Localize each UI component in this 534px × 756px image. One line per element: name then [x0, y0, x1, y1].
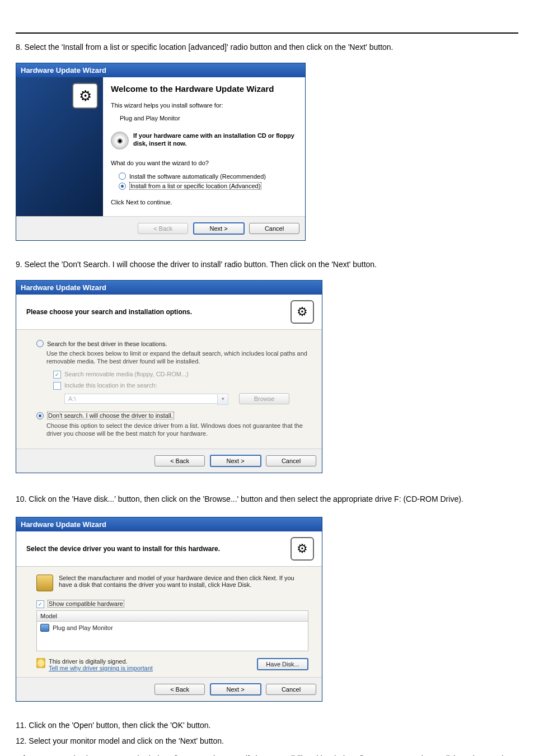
step9-text: 9. Select the 'Don't Search. I will choo…: [16, 259, 518, 270]
back-button: < Back: [138, 223, 188, 234]
path-input: A:\: [64, 394, 218, 404]
step10-text: 10. Click on the 'Have disk...' button, …: [16, 491, 518, 507]
tell-me-link[interactable]: Tell me why driver signing is important: [49, 665, 153, 671]
next-button[interactable]: Next >: [193, 222, 245, 235]
device-name: Plug and Play Monitor: [120, 115, 297, 122]
have-disk-button[interactable]: Have Disk...: [257, 658, 308, 670]
cancel-button[interactable]: Cancel: [266, 455, 316, 466]
helps-text: This wizard helps you install software f…: [111, 102, 297, 109]
wizard-sidebar: ⚙: [16, 77, 103, 216]
hardware-icon: ⚙: [291, 300, 314, 324]
chk-removable: ✓Search removable media (floppy, CD-ROM.…: [53, 371, 308, 379]
window-title: Hardware Update Wizard: [16, 517, 322, 531]
monitor-icon: [40, 624, 49, 632]
cd-message: If your hardware came with an installati…: [133, 132, 297, 147]
radio-list[interactable]: Install from a list or specific location…: [119, 182, 297, 190]
radio-icon: [36, 412, 44, 419]
chip-icon: [36, 575, 53, 591]
wizard-step9: Hardware Update Wizard Please choose you…: [16, 280, 322, 473]
window-title: Hardware Update Wizard: [16, 63, 305, 77]
cancel-button[interactable]: Cancel: [249, 223, 299, 234]
step8-text: 8. Select the 'Install from a list or sp…: [16, 41, 518, 53]
step12b-text: - If you can see the 'has not passed Win…: [16, 751, 518, 756]
radio-icon: [119, 183, 126, 190]
radio-search-label: Search for the best driver in these loca…: [47, 340, 167, 347]
dont-subtext: Choose this option to select the device …: [46, 422, 308, 437]
browse-button: Browse: [239, 393, 289, 404]
step11-text: 11. Click on the 'Open' button, then cli…: [16, 720, 518, 731]
radio-search[interactable]: Search for the best driver in these loca…: [36, 340, 308, 347]
chk-show-compatible[interactable]: ✓Show compatible hardware: [36, 600, 308, 608]
hardware-icon: ⚙: [291, 537, 314, 561]
radio-dont-label: Don't search. I will choose the driver t…: [47, 412, 174, 419]
wizard-subheader: Select the device driver you want to ins…: [26, 545, 220, 553]
radio-icon: [119, 172, 126, 180]
checkbox-icon: ✓: [53, 371, 61, 379]
model-list[interactable]: Model Plug and Play Monitor: [36, 610, 308, 651]
welcome-heading: Welcome to the Hardware Update Wizard: [111, 84, 297, 94]
model-header: Model: [37, 611, 308, 622]
chk-include: Include this location in the search:: [53, 382, 308, 390]
certificate-icon: [36, 658, 45, 668]
checkbox-icon: ✓: [36, 600, 44, 608]
checkbox-icon: [53, 382, 61, 390]
select-driver-text: Select the manufacturer and model of you…: [59, 575, 308, 591]
back-button[interactable]: < Back: [154, 455, 205, 466]
what-do-text: What do you want the wizard to do?: [111, 160, 297, 166]
radio-icon: [36, 340, 44, 347]
radio-auto-label: Install the software automatically (Reco…: [129, 173, 266, 180]
next-button[interactable]: Next >: [210, 455, 261, 467]
wizard-subheader: Please choose your search and installati…: [26, 308, 192, 316]
hardware-icon: ⚙: [72, 83, 98, 109]
cancel-button[interactable]: Cancel: [266, 684, 316, 695]
search-subtext: Use the check boxes below to limit or ex…: [46, 349, 308, 365]
chevron-down-icon: ▾: [217, 394, 228, 405]
back-button[interactable]: < Back: [154, 684, 205, 695]
list-item[interactable]: Plug and Play Monitor: [37, 622, 308, 651]
window-title: Hardware Update Wizard: [16, 281, 322, 295]
radio-auto[interactable]: Install the software automatically (Reco…: [119, 172, 297, 180]
radio-list-label: Install from a list or specific location…: [129, 182, 261, 190]
signed-text: This driver is digitally signed.: [49, 658, 153, 665]
wizard-step8: Hardware Update Wizard ⚙ Welcome to the …: [16, 63, 306, 241]
cd-icon: ◉: [111, 132, 129, 150]
click-next-text: Click Next to continue.: [111, 199, 297, 206]
next-button[interactable]: Next >: [210, 683, 261, 696]
wizard-step10: Hardware Update Wizard Select the device…: [16, 517, 322, 702]
pnp-label: Plug and Play Monitor: [53, 624, 113, 631]
step12-text: 12. Select your monitor model and click …: [16, 735, 518, 746]
radio-dont-search[interactable]: Don't search. I will choose the driver t…: [36, 412, 308, 419]
